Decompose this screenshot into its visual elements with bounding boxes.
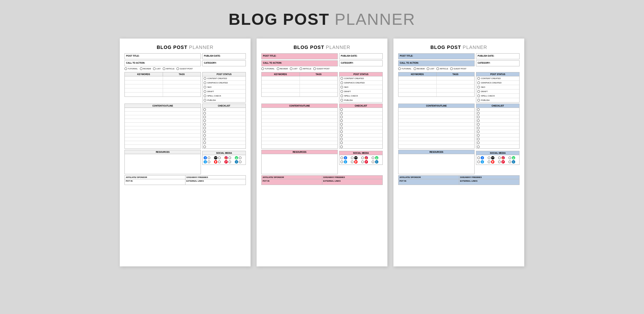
publish-date-field-pink: PUBLISH DATE: [339,53,383,59]
type-guest-post: GUEST POST [176,67,193,70]
keywords-header-pink: KEYWORDS [262,72,300,76]
instagram-icon: i [224,156,228,160]
tags-header: TAGS [163,72,201,76]
resources-blue: RESOURCES SOCIAL MEDIA f TT i w t ▶ P [398,150,520,174]
giveaway-label-blue: GIVEAWAY/ FREEBIES [459,176,520,179]
type-list: LIST [153,67,161,70]
tags-header-blue: TAGS [437,72,475,76]
post-status-header: POST STATUS [202,72,246,76]
whatsapp-icon-pink: w [375,156,378,160]
facebook-icon-blue: f [481,156,484,160]
call-to-action-field-blue: CALL TO ACTION: [398,60,475,66]
affiliate-label: AFFILIATE/ SPONSOR [125,176,185,179]
post-type-row-pink: TUTORIAL REVIEW LIST ARTICLE GUEST POST [261,67,338,70]
post-status-header-blue: POST STATUS [476,72,520,76]
tiktok-icon-pink: TT [354,156,358,160]
planner-pink: BLOG POST PLANNER POST TITLE: CALL TO AC… [257,39,387,266]
instagram-icon-blue: i [501,156,505,160]
main-content-plain: KEYWORDS TAGS POST STATUS CONTENT CREATE… [124,72,246,103]
type-article: ARTICLE [163,67,174,70]
pot-in-label: POT IN [125,179,185,185]
status-list: CONTENT CREATED GRAPHICS CREATED SEO DRA… [202,76,246,103]
call-to-action-field-pink: CALL TO ACTION: [261,60,338,66]
top-fields-blue: POST TITLE: CALL TO ACTION: TUTORIAL REV… [398,53,520,71]
twitter-icon-pink: t [344,160,347,164]
bottom-links-row2-plain: POT IN EXTERNAL LINKS [124,179,246,185]
category-field: CATEGORY: [202,60,246,66]
outline-checklist-plain: CONTENT/OUTLINE CHECKLIST [124,104,246,149]
post-title-field: POST TITLE: [124,53,201,59]
call-to-action-field: CALL TO ACTION: [124,60,201,66]
linkedin-icon-blue: in [512,160,515,164]
external-links-label-pink: EXTERNAL LINKS [322,179,383,185]
social-media-header-blue: SOCIAL MEDIA [476,151,520,155]
planners-container: BLOG POST PLANNER POST TITLE: CALL TO AC… [120,39,524,266]
top-fields-plain: POST TITLE: CALL TO ACTION: TUTORIAL REV… [124,53,246,71]
content-outline-header: CONTENT/OUTLINE [124,104,201,108]
bottom-links-blue: AFFILIATE/ SPONSOR GIVEAWAY/ FREEBIES [398,175,520,179]
affiliate-label-pink: AFFILIATE/ SPONSOR [262,176,322,179]
kw-rows [124,76,201,97]
top-fields-pink: POST TITLE: CALL TO ACTION: TUTORIAL REV… [261,53,383,71]
affiliate-label-blue: AFFILIATE/ SPONSOR [398,176,459,179]
type-review: REVIEW [140,67,151,70]
planner-plain-title: BLOG POST PLANNER [124,45,246,50]
bottom-links-pink: AFFILIATE/ SPONSOR GIVEAWAY/ FREEBIES [261,175,383,179]
post-type-row-blue: TUTORIAL REVIEW LIST ARTICLE GUEST POST [398,67,475,70]
planner-blue-title: BLOG POST PLANNER [398,45,520,50]
giveaway-label: GIVEAWAY/ FREEBIES [185,176,246,179]
pot-in-label-blue: POT IN [398,179,459,185]
social-media-header: SOCIAL MEDIA [202,151,246,155]
checklist-header-pink: CHECKLIST [339,104,383,108]
pinterest-icon: P [224,160,228,164]
planner-blue: BLOG POST PLANNER POST TITLE: CALL TO AC… [393,39,524,266]
resources-plain: RESOURCES SOCIAL MEDIA f TT i w t ▶ P [124,150,246,174]
twitter-icon-blue: t [481,160,484,164]
resources-header-blue: RESOURCES [398,150,475,154]
external-links-label: EXTERNAL LINKS [185,179,246,185]
resources-pink: RESOURCES SOCIAL MEDIA f TT i w t ▶ P [261,150,383,174]
content-outline-header-pink: CONTENT/OUTLINE [261,104,338,108]
outline-checklist-pink: CONTENT/OUTLINE CHECKLIST [261,104,383,149]
bottom-links-plain: AFFILIATE/ SPONSOR GIVEAWAY/ FREEBIES [124,175,246,179]
main-content-pink: KEYWORDS TAGS POST STATUS CONTENT CREATE… [261,72,383,103]
kw-tags-header: KEYWORDS TAGS [124,72,201,76]
post-status-header-pink: POST STATUS [339,72,383,76]
publish-date-field-blue: PUBLISH DATE: [476,53,520,59]
outline-checklist-blue: CONTENT/OUTLINE CHECKLIST [398,104,520,149]
resources-header: RESOURCES [124,150,201,154]
resources-header-pink: RESOURCES [261,150,338,154]
keywords-header-blue: KEYWORDS [398,72,437,76]
tags-header-pink: TAGS [300,72,338,76]
external-links-label-blue: EXTERNAL LINKS [459,179,520,185]
tiktok-icon-blue: TT [491,156,494,160]
planner-plain: BLOG POST PLANNER POST TITLE: CALL TO AC… [120,39,251,266]
checklist-header: CHECKLIST [202,104,246,108]
youtube-icon-pink: ▶ [354,160,358,164]
linkedin-icon: in [235,160,238,164]
whatsapp-icon: w [235,156,238,160]
page-title: BLOG POST PLANNER [229,10,416,28]
publish-date-field: PUBLISH DATE: [202,53,246,59]
keywords-header: KEYWORDS [125,72,163,76]
instagram-icon-pink: i [365,156,368,160]
pinterest-icon-blue: P [501,160,505,164]
checklist-header-blue: CHECKLIST [476,104,520,108]
post-title-field-pink: POST TITLE: [261,53,338,59]
pinterest-icon-pink: P [365,160,368,164]
planner-pink-title: BLOG POST PLANNER [261,45,383,50]
type-tutorial: TUTORIAL [124,67,138,70]
giveaway-label-pink: GIVEAWAY/ FREEBIES [322,176,383,179]
whatsapp-icon-blue: w [512,156,515,160]
category-field-pink: CATEGORY: [339,60,383,66]
tiktok-icon: TT [214,156,217,160]
post-type-row: TUTORIAL REVIEW LIST ARTICLE GUEST POST [124,67,201,70]
youtube-icon: ▶ [214,160,217,164]
youtube-icon-blue: ▶ [491,160,494,164]
facebook-icon-pink: f [344,156,347,160]
category-field-blue: CATEGORY: [476,60,520,66]
linkedin-icon-pink: in [375,160,378,164]
social-media-header-pink: SOCIAL MEDIA [339,151,383,155]
twitter-icon: t [204,160,207,164]
pot-in-label-pink: POT IN [262,179,322,185]
